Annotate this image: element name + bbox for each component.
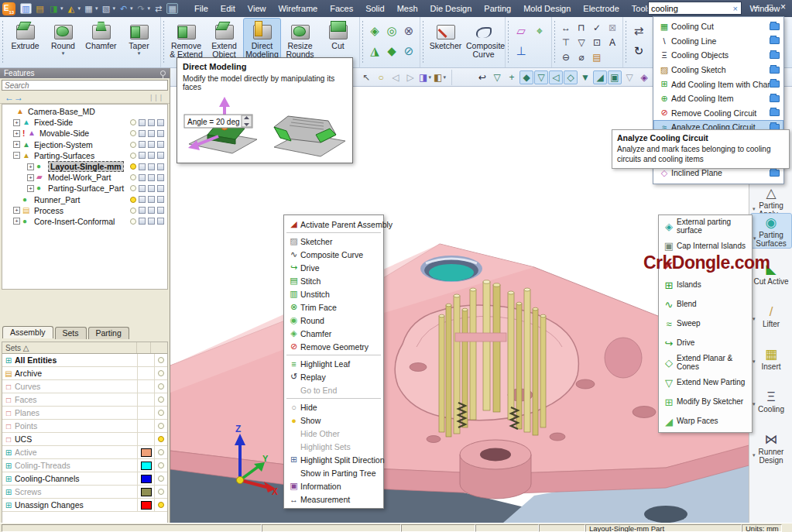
dropdown-menu-item[interactable]: ▨ Cooling Sketch xyxy=(653,63,783,77)
tree-node-label[interactable]: Runner_Part xyxy=(34,195,81,204)
dimension-tool-icon[interactable]: ⌀ xyxy=(578,53,584,62)
pin-state-icon[interactable] xyxy=(157,152,164,159)
folder-icon[interactable] xyxy=(770,23,780,30)
tree-node-label[interactable]: Ejection-System xyxy=(34,140,93,149)
clear-search-icon[interactable]: × xyxy=(730,4,741,13)
sets-row[interactable]: □ UCS xyxy=(2,433,167,446)
set-bulb-cell[interactable] xyxy=(154,393,167,406)
plane-ucs-icon[interactable]: ⊥ xyxy=(516,45,526,57)
preview-icon[interactable] xyxy=(139,185,146,192)
toolbar-icon[interactable]: ○▾ xyxy=(374,70,388,84)
sets-row[interactable]: ⊞ Cooling-Channels xyxy=(2,472,167,486)
layers-icon[interactable] xyxy=(148,130,155,137)
toolbar-icon[interactable]: ▷▾ xyxy=(403,70,417,84)
close-button[interactable]: × xyxy=(780,2,786,12)
sidebar-tool-button[interactable]: ΞCooling▾ xyxy=(750,388,792,414)
filter-icon[interactable]: ▼▾ xyxy=(578,70,592,84)
save-icon[interactable]: ▥ xyxy=(20,3,32,14)
set-color-cell[interactable] xyxy=(137,499,154,511)
dimension-tool-icon[interactable]: A xyxy=(609,38,615,47)
tree-node-label[interactable]: Core-Insert-Conformal xyxy=(34,217,115,226)
open-icon[interactable]: ▤ xyxy=(34,3,46,14)
context-menu-item[interactable]: ↪ Drive xyxy=(284,261,383,274)
filter-icon[interactable]: ◆▾ xyxy=(519,70,533,84)
filter-icon[interactable]: ◁▾ xyxy=(549,70,563,84)
tree-row[interactable]: + ▤ Process xyxy=(2,205,167,216)
pin-state-icon[interactable] xyxy=(157,141,164,148)
dimension-tool-icon[interactable]: ⊓ xyxy=(578,23,585,33)
menu-item[interactable]: View xyxy=(242,2,272,15)
set-color-cell[interactable] xyxy=(137,420,154,432)
context-menu-item[interactable]: ◉ Round xyxy=(284,314,383,327)
plane-ucs-icon[interactable]: ⌖ xyxy=(537,25,543,36)
set-color-cell[interactable] xyxy=(137,380,154,393)
set-color-cell[interactable] xyxy=(137,446,154,458)
features-search-input[interactable] xyxy=(2,81,167,90)
ribbon-button[interactable]: Resize Rounds xyxy=(281,18,319,62)
set-color-cell[interactable] xyxy=(137,354,154,366)
context-menu-item[interactable]: ▨ Sketcher xyxy=(284,235,383,248)
filter-icon[interactable]: ◢▾ xyxy=(593,70,607,84)
surface-tool-icon[interactable]: ⊗ xyxy=(404,25,414,36)
dimension-tool-icon[interactable]: ⊠ xyxy=(609,23,616,33)
set-bulb-cell[interactable] xyxy=(154,433,167,445)
context-menu-item[interactable]: ▤ Stitch xyxy=(284,274,383,287)
set-color-cell[interactable] xyxy=(137,459,154,472)
dropdown-menu-item[interactable]: \ Cooling Line xyxy=(653,34,783,49)
menu-item[interactable]: Parting xyxy=(478,2,516,15)
ribbon-button[interactable]: Round ▾ xyxy=(44,18,82,59)
ribbon-button[interactable]: Cut xyxy=(319,18,357,53)
sets-row[interactable]: ▤ Archive xyxy=(2,367,167,380)
export-icon[interactable]: ◨ xyxy=(48,3,60,14)
visibility-bulb-icon[interactable] xyxy=(130,142,136,148)
set-bulb-cell[interactable] xyxy=(154,472,167,485)
tree-node-label[interactable]: Fixed-Side xyxy=(34,118,73,127)
pin-state-icon[interactable] xyxy=(157,174,164,181)
minimize-button[interactable]: – xyxy=(754,2,759,12)
nav-forward-icon[interactable]: → xyxy=(14,93,23,102)
context-menu-item[interactable]: Show in Parting Tree xyxy=(284,466,383,479)
flyout-menu-item[interactable]: ≈ Sweep xyxy=(659,314,752,334)
context-menu-item[interactable]: Hide Other xyxy=(284,427,383,440)
dimension-tool-icon[interactable]: ▤ xyxy=(592,53,601,62)
tree-node-label[interactable]: Layout-Single-mm xyxy=(48,161,124,172)
visibility-bulb-icon[interactable] xyxy=(130,185,136,191)
pin-state-icon[interactable] xyxy=(157,218,164,225)
tree-row[interactable]: ● Runner_Part xyxy=(2,194,167,205)
layers-icon[interactable] xyxy=(148,163,155,170)
context-menu-item[interactable]: ⊘ Remove Geometry xyxy=(284,340,383,353)
tab[interactable]: Sets xyxy=(55,327,87,339)
context-menu-item[interactable]: ↺ Replay xyxy=(284,370,383,383)
set-bulb-cell[interactable] xyxy=(154,380,167,393)
context-menu-item[interactable]: ◈ Chamfer xyxy=(284,327,383,340)
set-color-cell[interactable] xyxy=(137,407,154,419)
layers-icon[interactable] xyxy=(148,185,155,192)
flyout-menu-item[interactable]: ⊞ Islands xyxy=(659,276,752,295)
visibility-bulb-icon[interactable] xyxy=(130,153,136,159)
dimension-tool-icon[interactable]: ↔ xyxy=(561,23,571,33)
sets-row[interactable]: ⊞ Screws xyxy=(2,486,167,499)
replay-tool-icon[interactable]: ↻ xyxy=(634,45,644,57)
surface-tool-icon[interactable]: ◎ xyxy=(386,25,396,36)
sidebar-tool-button[interactable]: /Lifter▾ xyxy=(750,303,792,328)
ribbon-button[interactable]: Extend Object xyxy=(205,18,243,62)
set-bulb-cell[interactable] xyxy=(154,407,167,419)
visibility-bulb-icon[interactable] xyxy=(130,119,136,125)
dropdown-menu-item[interactable]: ⊞ Add Cooling Item with Channel xyxy=(653,77,783,91)
expand-toggle[interactable]: + xyxy=(27,163,34,170)
flyout-menu-item[interactable]: ⊞ Modify By Sketcher xyxy=(659,393,752,412)
folder-icon[interactable] xyxy=(770,81,780,88)
preview-icon[interactable] xyxy=(139,152,146,159)
preview-icon[interactable] xyxy=(139,163,146,170)
dropdown-menu-item[interactable]: ⊘ Remove Cooling Circuit xyxy=(653,106,783,121)
sets-row[interactable]: □ Planes xyxy=(2,407,167,420)
tree-node-label[interactable]: Parting-Surfaces xyxy=(34,151,94,160)
layers-icon[interactable] xyxy=(148,196,155,203)
sidebar-tool-button[interactable]: ▦Insert▾ xyxy=(750,345,792,371)
ribbon-button[interactable]: Extrude ▾ xyxy=(6,18,44,53)
filter-icon[interactable]: ▽▾ xyxy=(622,70,636,84)
tree-row[interactable]: ▲ Camera-Base_MD xyxy=(2,106,167,117)
preview-icon[interactable] xyxy=(139,218,146,225)
sets-row[interactable]: ⊞ All Entities xyxy=(2,354,167,367)
set-bulb-cell[interactable] xyxy=(154,486,167,498)
